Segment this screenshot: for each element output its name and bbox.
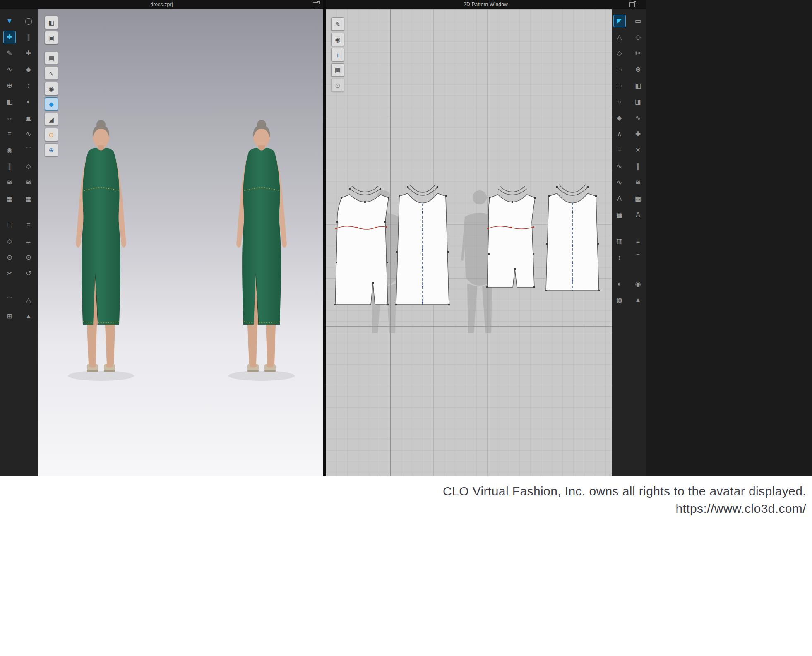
show-avatar-icon[interactable]: ◉: [45, 82, 58, 95]
pattern-piece-front-short[interactable]: [486, 186, 536, 288]
measure-icon[interactable]: ↔: [3, 112, 16, 124]
show-garment-icon[interactable]: ▣: [45, 31, 58, 44]
shirring-2d-icon[interactable]: ▦: [632, 192, 644, 205]
unfold-icon[interactable]: ◨: [632, 96, 644, 108]
fit-map-icon[interactable]: ◇: [3, 235, 16, 248]
segment-sewing-icon[interactable]: ∿: [613, 160, 626, 173]
show-mannequin-icon[interactable]: ⊙: [45, 128, 58, 141]
uv-map-icon[interactable]: ⊞: [3, 310, 16, 322]
steam-brush-icon[interactable]: ⌒: [3, 294, 16, 306]
transform-pattern-2d-icon[interactable]: ◤: [613, 15, 626, 27]
copyright-text: CLO Virtual Fashion, Inc. owns all right…: [0, 484, 806, 498]
pattern-piece-back-short[interactable]: [545, 185, 600, 291]
binding-icon[interactable]: ≡: [22, 219, 35, 231]
seam-allowance-icon[interactable]: ≡: [613, 144, 626, 156]
button-icon[interactable]: ◉: [3, 144, 16, 156]
popup-window-icon[interactable]: [629, 2, 635, 7]
cut-sew-icon[interactable]: ✂: [632, 47, 644, 60]
show-shoes-icon[interactable]: ◢: [45, 113, 58, 126]
show-garment-2d-icon[interactable]: ◉: [331, 33, 344, 46]
fur-brush-icon[interactable]: ▦: [22, 192, 35, 205]
shirring-icon[interactable]: ▦: [3, 192, 16, 205]
3d-scene: [38, 9, 323, 476]
avatar-left[interactable]: [76, 120, 126, 372]
elastic-icon[interactable]: ↔: [22, 235, 35, 248]
free-sewing-icon[interactable]: ∿: [613, 176, 626, 189]
zipper-icon[interactable]: ∥: [3, 160, 16, 173]
3d-viewport[interactable]: ◧▣▤∿◉◆◢⊙⊕: [38, 9, 323, 476]
tape-avatar-icon[interactable]: ∥: [22, 31, 35, 43]
detach-icon[interactable]: ✕: [632, 144, 644, 156]
pattern-piece-front-long[interactable]: [334, 186, 389, 305]
show-2d-pattern-icon[interactable]: ▤: [45, 51, 58, 65]
grade-2d-icon[interactable]: ≡: [632, 235, 644, 248]
pattern-text-icon[interactable]: A: [613, 192, 626, 205]
fabric-2d-icon[interactable]: ▩: [613, 294, 626, 306]
screenshot-stage: dress.zprj 2D Pattern Window ▼✚✎∿⊕◧↔≡◉∥≋…: [0, 0, 812, 656]
circle-pattern-icon[interactable]: ○: [613, 96, 626, 108]
trace-icon[interactable]: ◇: [632, 31, 644, 43]
print-layout-icon[interactable]: ▥: [613, 235, 626, 248]
pressure-points-icon[interactable]: ⊙: [3, 251, 16, 264]
show-seamlines-icon[interactable]: ∿: [45, 67, 58, 80]
pattern-info-icon[interactable]: i: [331, 48, 344, 61]
pin-icon[interactable]: ⊕: [3, 79, 16, 92]
simulate-icon[interactable]: ▼: [3, 15, 16, 27]
buttons-2d-icon[interactable]: ◉: [632, 278, 644, 290]
zipper-2d-icon[interactable]: ∥: [632, 160, 644, 173]
smooth-icon[interactable]: ↺: [22, 267, 35, 280]
edit-curvature-icon[interactable]: △: [613, 31, 626, 43]
edit-sewing-icon[interactable]: ∿: [3, 63, 16, 76]
texture-2d-icon[interactable]: ▦: [613, 209, 626, 221]
pin-avatar-icon[interactable]: ✚: [22, 47, 35, 60]
select-lasso-icon[interactable]: ✎: [3, 47, 16, 60]
attach-icon[interactable]: ✚: [632, 128, 644, 140]
arrangement-points-icon[interactable]: ◆: [22, 63, 35, 76]
dart-icon[interactable]: ◆: [613, 112, 626, 124]
sewing-edit-2d-icon[interactable]: ∿: [632, 112, 644, 124]
right-toolbar-col2: ▭◇✂⊕◧◨∿✚✕∥≋▦A≡⌒◉▲: [630, 9, 646, 476]
skin-offset-icon[interactable]: ◐: [22, 96, 35, 108]
baseline-icon[interactable]: ⌒: [632, 251, 644, 264]
pattern-piece-back-long[interactable]: [395, 185, 450, 305]
texture-editor-icon[interactable]: ▤: [3, 219, 16, 231]
grainline-icon[interactable]: ↕: [613, 251, 626, 264]
avatar-right[interactable]: [236, 120, 287, 372]
pucker-icon[interactable]: ⊙: [22, 251, 35, 264]
fit-avatar-icon[interactable]: ▲: [22, 310, 35, 322]
tack-icon[interactable]: ✂: [3, 267, 16, 280]
fold-arrangement-icon[interactable]: ◧: [3, 96, 16, 108]
grade-icon[interactable]: ≡: [3, 128, 16, 140]
avatar-pose-icon[interactable]: ◯: [22, 15, 35, 27]
notch-icon[interactable]: ∧: [613, 128, 626, 140]
2d-pattern-canvas[interactable]: ✎◉i▤⊙: [326, 9, 612, 476]
select-move-icon[interactable]: ✚: [3, 31, 16, 43]
fabric-view-icon[interactable]: ▤: [331, 63, 344, 77]
render-style-icon[interactable]: ◧: [45, 16, 58, 29]
annotation-icon[interactable]: A: [632, 209, 644, 221]
colorway-icon[interactable]: ◐: [613, 278, 626, 290]
mirror-paste-icon[interactable]: ◧: [632, 79, 644, 92]
topstitch-icon[interactable]: ≋: [3, 176, 16, 189]
lock-pattern-icon[interactable]: ⊙: [331, 79, 344, 92]
right-window-titlebar: 2D Pattern Window: [326, 0, 646, 9]
fit-2d-icon[interactable]: ▲: [632, 294, 644, 306]
avatar-tape-edit-icon[interactable]: △: [22, 294, 35, 306]
show-arrangement-icon[interactable]: ◆: [45, 97, 58, 111]
edit-brush-icon[interactable]: ✎: [331, 17, 344, 31]
polygon-pattern-icon[interactable]: ▭: [613, 63, 626, 76]
sewing-edit-icon[interactable]: ∿: [22, 128, 35, 140]
pattern-outline-icon[interactable]: ▭: [632, 15, 644, 27]
rectangle-pattern-icon[interactable]: ▭: [613, 79, 626, 92]
pleat-icon[interactable]: ≋: [632, 176, 644, 189]
popup-window-icon[interactable]: [313, 2, 318, 7]
steam-area-icon[interactable]: ≋: [22, 176, 35, 189]
add-point-icon[interactable]: ◇: [613, 47, 626, 60]
dart-3d-icon[interactable]: ◇: [22, 160, 35, 173]
clo3d-app: dress.zprj 2D Pattern Window ▼✚✎∿⊕◧↔≡◉∥≋…: [0, 0, 812, 476]
hem-tool-icon[interactable]: ⌒: [22, 144, 35, 156]
pattern-3d-icon[interactable]: ▣: [22, 112, 35, 124]
measure-avatar-icon[interactable]: ↕: [22, 79, 35, 92]
show-environment-icon[interactable]: ⊕: [45, 143, 58, 156]
merge-icon[interactable]: ⊕: [632, 63, 644, 76]
